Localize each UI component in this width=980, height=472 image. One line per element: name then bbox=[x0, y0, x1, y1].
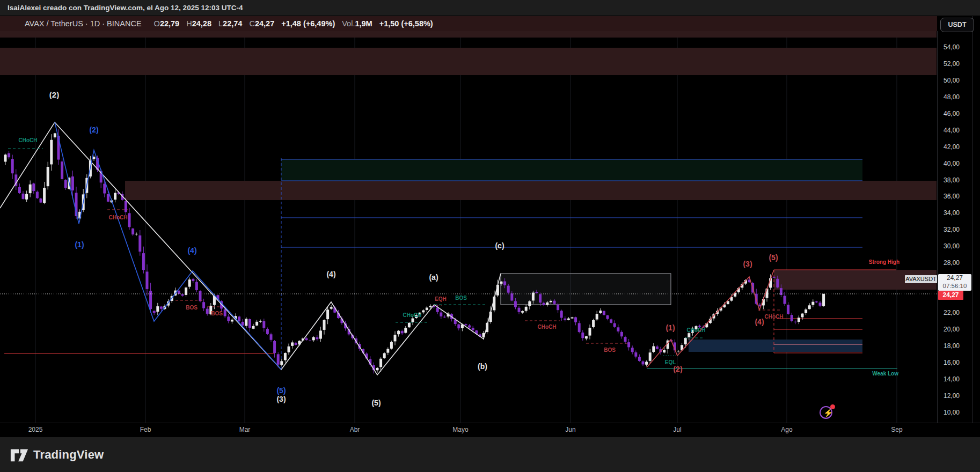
countdown-timer: 07:56:10 bbox=[938, 282, 971, 290]
candle bbox=[135, 234, 138, 234]
candle bbox=[397, 331, 400, 334]
candle bbox=[259, 321, 262, 322]
time-tick-label: Feb bbox=[129, 426, 162, 433]
candle bbox=[627, 342, 630, 347]
candle bbox=[36, 192, 39, 198]
price-tick-label: 34,00 bbox=[944, 209, 960, 217]
low-value: 22,74 bbox=[223, 19, 242, 28]
candle bbox=[131, 228, 134, 234]
time-tick-label: Mar bbox=[229, 426, 261, 433]
wave-annotation: (5) bbox=[276, 386, 286, 395]
candle bbox=[507, 286, 510, 293]
candle bbox=[22, 194, 25, 199]
candle bbox=[589, 328, 591, 335]
candle bbox=[262, 321, 265, 328]
tradingview-wordmark[interactable]: TradingView bbox=[33, 448, 104, 462]
candle bbox=[634, 352, 637, 357]
candle bbox=[195, 282, 198, 290]
candle bbox=[11, 159, 14, 173]
candle bbox=[815, 301, 818, 302]
supply-top-1-zone bbox=[0, 31, 937, 38]
candle bbox=[103, 184, 106, 194]
candle bbox=[125, 201, 127, 212]
price-tick-label: 54,00 bbox=[944, 43, 960, 51]
price-tick-label: 44,00 bbox=[944, 127, 960, 134]
candle bbox=[50, 140, 53, 165]
wave-annotation: (c) bbox=[495, 241, 504, 250]
demand-navy-zone bbox=[689, 340, 862, 352]
price-countdown-label: 24,27 07:56:10 bbox=[938, 274, 971, 291]
candle bbox=[224, 309, 226, 316]
symbol-title[interactable]: AVAX / TetherUS · 1D · BINANCE bbox=[25, 19, 142, 28]
price-tick-label: 10,00 bbox=[944, 409, 960, 416]
price-tick-label: 22,00 bbox=[944, 309, 960, 316]
price-tick-label: 30,00 bbox=[944, 242, 960, 250]
candle bbox=[238, 316, 240, 321]
candle bbox=[553, 301, 556, 304]
candle bbox=[114, 193, 116, 200]
price-tick-label: 36,00 bbox=[944, 193, 960, 200]
price-chart-pane[interactable]: (2)CHoCH(2)(1)CHoCH(4)BOSBOS(5)(3)(4)(5)… bbox=[0, 0, 980, 472]
candle bbox=[206, 309, 209, 314]
supply-top-2-zone bbox=[0, 48, 937, 75]
candle bbox=[574, 318, 577, 322]
candle bbox=[47, 167, 49, 186]
price-tick-label: 20,00 bbox=[944, 326, 960, 333]
symbol-info-bar[interactable]: AVAX / TetherUS · 1D · BINANCE O22,79 H2… bbox=[0, 16, 937, 31]
high-label: H bbox=[186, 19, 192, 28]
time-axis[interactable]: 2025FebMarAbrMayoJunJulAgoSep bbox=[0, 423, 980, 438]
candle bbox=[54, 133, 56, 137]
last-price-label: 24,27 bbox=[938, 291, 963, 300]
candle bbox=[426, 307, 428, 310]
price-tick-label: 32,00 bbox=[944, 226, 960, 233]
candle bbox=[8, 153, 10, 158]
price-scale[interactable]: 54,0052,0050,0048,0046,0044,0042,0040,00… bbox=[937, 31, 973, 437]
candle bbox=[149, 291, 152, 309]
wave-annotation: (4) bbox=[755, 318, 764, 326]
candle bbox=[631, 348, 634, 352]
candle bbox=[472, 328, 474, 330]
candle bbox=[245, 319, 247, 326]
candle bbox=[25, 194, 28, 200]
candle bbox=[638, 357, 641, 361]
candle bbox=[528, 301, 531, 306]
time-tick-label: Sep bbox=[881, 426, 913, 433]
candle bbox=[64, 180, 67, 188]
footer-bar: TradingView bbox=[0, 437, 980, 472]
candle bbox=[71, 176, 74, 190]
currency-toggle-button[interactable]: USDT bbox=[940, 18, 974, 32]
candle bbox=[202, 302, 205, 308]
candle bbox=[617, 327, 619, 331]
candle bbox=[571, 318, 574, 319]
symbol-price-tag: AVAXUSDT bbox=[905, 275, 937, 283]
candle bbox=[312, 337, 315, 341]
tradingview-logo-icon[interactable] bbox=[10, 447, 29, 463]
candle bbox=[404, 328, 407, 333]
candle bbox=[819, 303, 822, 306]
candle bbox=[376, 368, 379, 370]
candle bbox=[822, 294, 825, 306]
wave-annotation: (1) bbox=[665, 323, 675, 332]
ai-lightning-button[interactable]: ⚡ bbox=[819, 404, 835, 421]
candle bbox=[156, 306, 159, 312]
candle bbox=[188, 279, 191, 286]
candle bbox=[128, 213, 131, 227]
wave-annotation: (b) bbox=[478, 362, 487, 371]
supply-36-38-zone bbox=[125, 181, 937, 200]
candle bbox=[606, 315, 609, 319]
time-tick-label: Jun bbox=[554, 426, 587, 433]
candle bbox=[649, 352, 652, 361]
candle bbox=[43, 188, 46, 203]
candle bbox=[379, 359, 382, 367]
candle bbox=[443, 317, 446, 318]
candle bbox=[808, 305, 811, 309]
close-value: 24,27 bbox=[255, 19, 274, 28]
notification-dot-icon bbox=[830, 404, 835, 409]
price-tick-label: 42,00 bbox=[944, 143, 960, 151]
candle bbox=[560, 311, 563, 318]
candle bbox=[270, 334, 273, 340]
wave-annotation: (4) bbox=[187, 246, 196, 255]
wave-annotation: (5) bbox=[371, 399, 381, 407]
candle bbox=[401, 331, 404, 333]
change-value: +1,48 (+6,49%) bbox=[281, 19, 335, 28]
